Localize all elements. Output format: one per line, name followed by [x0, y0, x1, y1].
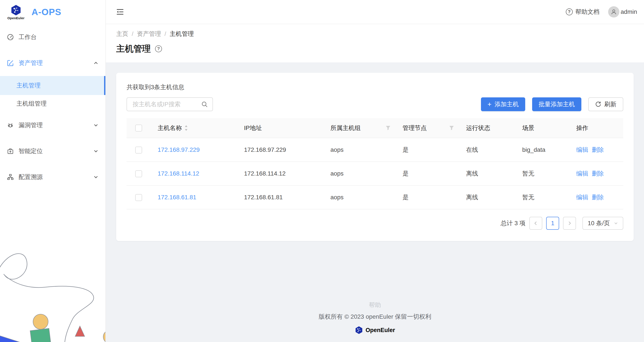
- help-doc-label: 帮助文档: [575, 8, 600, 16]
- run-status: 离线: [459, 186, 515, 209]
- host-table: 主机名称 IP地址 所属主机组: [126, 118, 623, 210]
- page-1-button[interactable]: 1: [546, 217, 559, 230]
- breadcrumb: 主页 / 资产管理 / 主机管理: [116, 30, 634, 38]
- openeuler-logo-caption: OpenEuler: [7, 16, 24, 20]
- delete-link[interactable]: 删除: [592, 193, 604, 202]
- plus-icon: +: [488, 101, 492, 108]
- chevron-down-icon: [93, 123, 98, 128]
- footer-logo: OpenEuler: [116, 326, 634, 334]
- sidebar-subitem-label: 主机组管理: [16, 100, 47, 108]
- main-area: ? 帮助文档 admin 主页 / 资产管理: [106, 0, 644, 342]
- page-help-icon[interactable]: ?: [155, 45, 162, 52]
- menu-fold-icon[interactable]: [116, 8, 124, 16]
- row-checkbox[interactable]: [135, 194, 142, 201]
- edit-square-icon: [7, 60, 14, 66]
- page-header: 主页 / 资产管理 / 主机管理 主机管理 ?: [106, 24, 644, 62]
- select-all-checkbox[interactable]: [135, 124, 142, 132]
- question-circle-icon: ?: [566, 8, 573, 15]
- top-header: ? 帮助文档 admin: [106, 0, 644, 24]
- edit-link[interactable]: 编辑: [576, 193, 588, 202]
- content: 共获取到3条主机信息 + 添加主机 批量添加主机: [106, 62, 644, 342]
- edit-link[interactable]: 编辑: [576, 146, 588, 154]
- filter-funnel-icon[interactable]: [386, 126, 390, 130]
- host-list-card: 共获取到3条主机信息 + 添加主机 批量添加主机: [116, 73, 634, 241]
- table-row: 172.168.61.81 172.168.61.81 aops 是 离线 暂无…: [126, 186, 623, 209]
- host-group: aops: [324, 138, 396, 162]
- row-checkbox[interactable]: [135, 146, 142, 154]
- sidebar-item-label: 智能定位: [18, 147, 88, 155]
- sidebar-item-smart-location[interactable]: 智能定位: [0, 142, 106, 160]
- host-name-link[interactable]: 172.168.61.81: [158, 194, 196, 200]
- brand-logo-bar: OpenEuler A-OPS: [0, 0, 106, 24]
- filter-funnel-icon[interactable]: [449, 126, 454, 130]
- openeuler-hexagon-icon: [355, 326, 363, 334]
- page-size-select[interactable]: 10 条/页: [582, 217, 623, 230]
- chevron-down-icon: [93, 148, 98, 154]
- chevron-up-icon: [93, 60, 98, 66]
- prev-page-button[interactable]: [529, 217, 542, 230]
- delete-link[interactable]: 删除: [592, 170, 604, 178]
- sidebar-item-config-trace[interactable]: 配置溯源: [0, 168, 106, 186]
- edit-link[interactable]: 编辑: [576, 170, 588, 178]
- app-root: OpenEuler A-OPS 工作台 资产管理: [0, 0, 644, 342]
- search-box: [126, 98, 213, 111]
- sidebar-subitem-label: 主机管理: [16, 82, 40, 90]
- sidebar-item-vulnerability[interactable]: 漏洞管理: [0, 116, 106, 134]
- batch-add-label: 批量添加主机: [538, 100, 575, 108]
- breadcrumb-home[interactable]: 主页: [116, 30, 128, 38]
- cluster-icon: [7, 174, 14, 180]
- dashboard-icon: [7, 34, 14, 40]
- page-footer: 帮助 版权所有 © 2023 openEuler 保留一切权利: [116, 301, 634, 340]
- host-name-link[interactable]: 172.168.114.12: [158, 170, 199, 177]
- sidebar-menu: 工作台 资产管理 主机管理 主机组管理: [0, 24, 106, 186]
- breadcrumb-current: 主机管理: [170, 30, 194, 38]
- row-checkbox[interactable]: [135, 170, 142, 177]
- add-host-button[interactable]: + 添加主机: [481, 98, 525, 111]
- breadcrumb-separator: /: [164, 30, 166, 37]
- batch-add-host-button[interactable]: 批量添加主机: [532, 98, 581, 111]
- sidebar-item-workbench[interactable]: 工作台: [0, 28, 106, 46]
- col-mgmt-node: 管理节点: [402, 124, 427, 132]
- breadcrumb-assets[interactable]: 资产管理: [137, 30, 161, 38]
- footer-copyright: 版权所有 © 2023 openEuler 保留一切权利: [116, 313, 634, 321]
- col-run-status: 运行状态: [466, 124, 490, 131]
- sidebar-item-label: 资产管理: [18, 59, 88, 67]
- host-name-link[interactable]: 172.168.97.229: [158, 146, 200, 153]
- run-status: 离线: [459, 162, 515, 186]
- sidebar-item-host-group-management[interactable]: 主机组管理: [0, 95, 106, 112]
- bug-icon: [7, 122, 14, 129]
- table-row: 172.168.114.12 172.168.114.12 aops 是 离线 …: [126, 162, 623, 186]
- delete-link[interactable]: 删除: [592, 146, 604, 154]
- refresh-label: 刷新: [604, 100, 616, 108]
- search-input[interactable]: [132, 100, 201, 108]
- sort-carets-icon[interactable]: [184, 125, 188, 131]
- breadcrumb-separator: /: [132, 30, 134, 37]
- decorative-shapes: [0, 249, 106, 342]
- sidebar-item-label: 漏洞管理: [18, 121, 88, 129]
- scene: big_data: [515, 138, 569, 162]
- next-page-button[interactable]: [563, 217, 576, 230]
- host-ip: 172.168.97.229: [237, 138, 324, 162]
- openeuler-hexagon-icon: [10, 4, 22, 16]
- toolbar: + 添加主机 批量添加主机 刷新: [126, 98, 623, 111]
- sidebar-item-label: 工作台: [18, 33, 98, 41]
- sidebar-item-host-management[interactable]: 主机管理: [0, 76, 106, 95]
- refresh-button[interactable]: 刷新: [588, 98, 623, 111]
- col-actions: 操作: [576, 124, 588, 131]
- help-doc-link[interactable]: ? 帮助文档: [566, 8, 600, 16]
- pagination: 总计 3 项 1 10 条/页: [126, 217, 623, 230]
- sidebar-item-assets[interactable]: 资产管理: [0, 54, 106, 72]
- sidebar: OpenEuler A-OPS 工作台 资产管理: [0, 0, 106, 342]
- col-scene: 场景: [522, 124, 534, 131]
- chevron-down-icon: [93, 174, 98, 180]
- avatar: [608, 6, 620, 18]
- search-icon[interactable]: [201, 101, 208, 108]
- scene: 暂无: [515, 186, 569, 209]
- host-ip: 172.168.114.12: [237, 162, 324, 186]
- mgmt-node: 是: [396, 186, 459, 209]
- user-menu[interactable]: admin: [608, 6, 637, 18]
- user-icon: [610, 8, 617, 15]
- scene: 暂无: [515, 162, 569, 186]
- col-ip: IP地址: [244, 124, 262, 131]
- footer-help-link[interactable]: 帮助: [116, 301, 634, 309]
